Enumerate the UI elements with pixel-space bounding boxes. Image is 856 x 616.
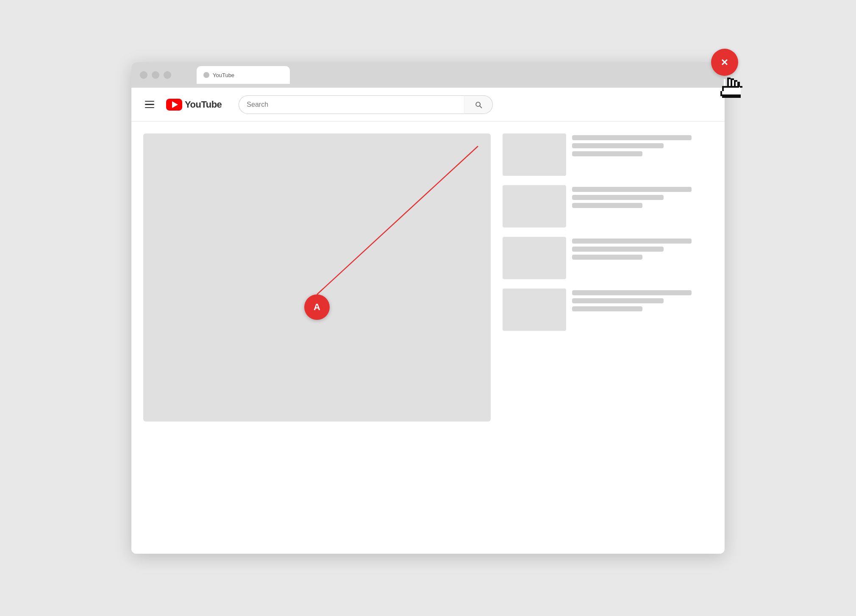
skeleton-subtitle-line	[572, 195, 664, 200]
svg-rect-22	[737, 83, 740, 85]
svg-rect-12	[731, 78, 734, 80]
traffic-light-maximize	[164, 71, 171, 79]
skeleton-title-line	[572, 239, 692, 244]
traffic-lights	[140, 71, 171, 79]
svg-rect-29	[720, 94, 741, 96]
svg-line-0	[317, 146, 478, 294]
hamburger-line-1	[145, 101, 154, 102]
browser-window: YouTube YouTube	[131, 62, 725, 554]
sidebar-info	[572, 133, 713, 156]
search-icon	[474, 100, 483, 109]
video-player[interactable]: A	[143, 133, 491, 422]
browser-titlebar: YouTube	[131, 62, 725, 88]
skeleton-title-line	[572, 290, 692, 295]
skeleton-meta-line	[572, 306, 642, 311]
skeleton-subtitle-line	[572, 247, 664, 252]
sidebar-card[interactable]	[503, 133, 713, 176]
traffic-light-minimize	[152, 71, 159, 79]
main-content: A	[131, 122, 725, 554]
hamburger-menu-button[interactable]	[142, 97, 158, 112]
hamburger-line-3	[145, 107, 154, 108]
annotation-line-overlay	[143, 133, 491, 422]
browser-tab[interactable]: YouTube	[197, 66, 290, 84]
sidebar-thumbnail	[503, 185, 566, 228]
sidebar-thumbnail	[503, 237, 566, 279]
svg-rect-7	[727, 78, 731, 79]
search-input[interactable]	[239, 95, 464, 114]
skeleton-meta-line	[572, 203, 642, 208]
skeleton-subtitle-line	[572, 298, 664, 303]
youtube-logo[interactable]: YouTube	[166, 99, 222, 111]
tab-label: YouTube	[213, 72, 234, 78]
tab-favicon	[203, 72, 209, 78]
svg-rect-30	[722, 96, 741, 98]
skeleton-title-line	[572, 135, 692, 140]
skeleton-meta-line	[572, 151, 642, 156]
skeleton-title-line	[572, 187, 692, 192]
youtube-header: YouTube	[131, 88, 725, 122]
youtube-logo-icon	[166, 99, 182, 111]
close-button[interactable]: ×	[711, 49, 738, 76]
search-button[interactable]	[464, 95, 493, 114]
svg-rect-36	[722, 91, 724, 94]
sidebar-card[interactable]	[503, 237, 713, 279]
annotation-point-a: A	[304, 294, 330, 320]
hamburger-line-2	[145, 104, 154, 105]
browser-content: YouTube A	[131, 88, 725, 554]
youtube-play-icon	[172, 101, 178, 108]
sidebar	[491, 133, 713, 542]
svg-rect-34	[736, 82, 737, 86]
traffic-light-close	[140, 71, 147, 79]
skeleton-subtitle-line	[572, 143, 664, 148]
svg-rect-37	[739, 87, 740, 89]
point-a-label: A	[314, 302, 320, 313]
svg-rect-32	[729, 79, 731, 86]
svg-rect-35	[724, 88, 741, 94]
sidebar-info	[572, 185, 713, 208]
sidebar-info	[572, 289, 713, 311]
svg-rect-33	[732, 80, 734, 86]
close-icon: ×	[721, 56, 728, 68]
search-container	[239, 95, 493, 114]
cursor-hand-icon	[715, 72, 749, 105]
sidebar-thumbnail	[503, 289, 566, 331]
sidebar-card[interactable]	[503, 289, 713, 331]
sidebar-thumbnail	[503, 133, 566, 176]
svg-rect-31	[724, 79, 725, 86]
youtube-logo-text: YouTube	[185, 99, 222, 110]
sidebar-card[interactable]	[503, 185, 713, 228]
skeleton-meta-line	[572, 255, 642, 260]
svg-rect-21	[737, 82, 740, 83]
svg-rect-17	[734, 80, 737, 82]
sidebar-info	[572, 237, 713, 260]
